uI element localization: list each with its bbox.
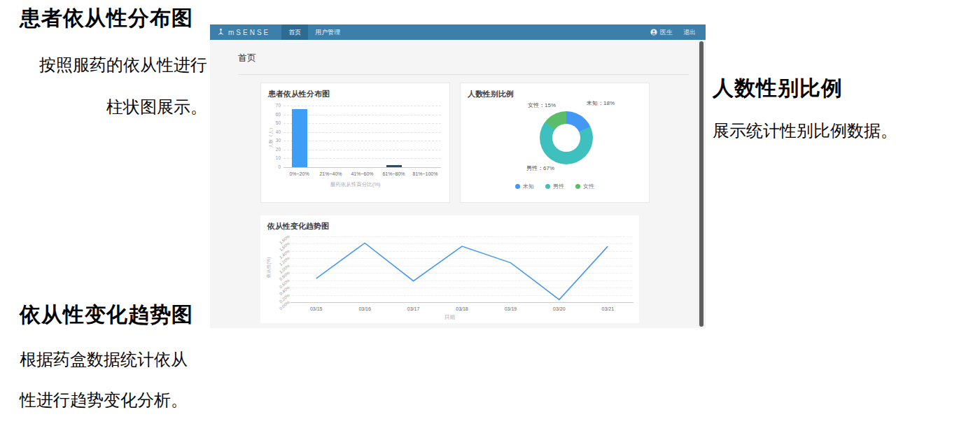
line-y-axis-label: 依从性(%) (266, 247, 272, 289)
line-x-tick-label: 03/16 (347, 306, 382, 311)
line-x-tick-label: 03/18 (444, 306, 479, 311)
navbar-right: 医生 退出 (650, 24, 706, 40)
doctor-account-link[interactable]: 医生 (650, 28, 673, 37)
pie-legend: 未知男性女性 (461, 183, 649, 190)
page-canvas: 患者依从性分布图 按照服药的依从性进行 柱状图展示。 依从性变化趋势图 根据药盒… (0, 0, 980, 433)
line-x-tick-label: 03/19 (493, 306, 528, 311)
dashboard-screenshot: mSENSE 首页 用户管理 医生 退出 首页 (210, 24, 706, 328)
annotation-text: 展示统计性别比例数据。 (713, 117, 930, 145)
bar-x-axis-label: 服药依从性百分比(%) (261, 181, 449, 188)
pie-callout-female: 女性：15% (528, 101, 556, 109)
bar-y-tick-label: 70 (262, 103, 281, 108)
pie-legend-item[interactable]: 未知 (515, 183, 534, 190)
annotation-line: 展示统计性别比例数据。 (713, 117, 930, 145)
page-title: 首页 (238, 52, 256, 63)
doctor-label: 医生 (660, 28, 673, 37)
bar-y-tick-label: 50 (262, 120, 281, 125)
bar-y-tick-label: 30 (262, 138, 281, 143)
tab-home[interactable]: 首页 (281, 24, 308, 40)
scrollbar-track[interactable] (697, 41, 706, 327)
pie-legend-item[interactable]: 女性 (575, 183, 594, 190)
pie-chart-title: 人数性别比例 (468, 89, 514, 99)
donut-chart[interactable] (540, 111, 593, 164)
line-chart-title: 依从性变化趋势图 (267, 221, 329, 232)
pie-callout-unknown: 未知：18% (587, 99, 615, 107)
donut-hole (552, 124, 580, 152)
annotation-title: 患者依从性分布图 (20, 4, 207, 33)
line-x-tick-label: 03/20 (542, 306, 577, 311)
trend-line[interactable] (316, 243, 608, 299)
msense-logo-icon (217, 28, 225, 36)
logout-link[interactable]: 退出 (683, 28, 696, 37)
pie-chart-panel: 人数性别比例 女性：15% 未知：18% 男性：67% 未知男性女性 (460, 83, 650, 203)
annotation-line: 柱状图展示。 (20, 86, 207, 128)
page-header: 首页 (238, 40, 689, 75)
bar-y-tick-label: 60 (262, 112, 281, 117)
bar-x-tick-label: 21%~40% (314, 171, 349, 176)
bar-x-tick-label: 61%~80% (377, 171, 412, 176)
annotation-text: 按照服药的依从性进行 柱状图展示。 (20, 44, 207, 128)
legend-color-dot (575, 184, 580, 189)
line-chart-panel: 依从性变化趋势图 依从性(%) 日期 1.80%1.60%1.40%1.20%1… (260, 215, 639, 323)
bar-gridline (284, 123, 441, 124)
bar-y-tick-label: 0 (262, 164, 281, 169)
annotation-line: 按照服药的依从性进行 (20, 44, 207, 86)
annotation-text: 根据药盒数据统计依从 性进行趋势变化分析。 (20, 339, 210, 420)
line-x-axis-line (290, 302, 634, 303)
line-x-tick-label: 03/21 (590, 306, 625, 311)
annotation-bar-chart: 患者依从性分布图 按照服药的依从性进行 柱状图展示。 (20, 4, 207, 128)
page-content: 首页 患者依从性分布图 人数（人） 服药依从性百分比(%) 0102030405… (210, 40, 697, 328)
bar-x-tick-label: 81%~100% (408, 171, 443, 176)
legend-label: 未知 (523, 183, 534, 190)
bar[interactable] (386, 165, 402, 167)
bar-y-tick-label: 10 (262, 155, 281, 160)
bar-gridline (284, 150, 441, 150)
scrollbar-thumb[interactable] (699, 41, 704, 327)
annotation-line: 性进行趋势变化分析。 (20, 380, 210, 420)
legend-color-dot (545, 184, 550, 189)
trend-line-svg (292, 236, 632, 302)
annotation-trend-chart: 依从性变化趋势图 根据药盒数据统计依从 性进行趋势变化分析。 (20, 301, 210, 420)
navbar: mSENSE 首页 用户管理 医生 退出 (210, 24, 706, 40)
legend-label: 女性 (583, 183, 594, 190)
line-x-axis-label: 日期 (260, 314, 639, 321)
annotation-title: 人数性别比例 (713, 74, 930, 103)
bar-y-tick-label: 40 (262, 129, 281, 134)
bar-gridline (284, 141, 441, 141)
annotation-line: 根据药盒数据统计依从 (20, 339, 210, 380)
bar-chart-title: 患者依从性分布图 (268, 89, 330, 99)
user-avatar-icon (650, 29, 657, 36)
bar-x-axis-line (284, 167, 441, 168)
annotation-gender-ratio: 人数性别比例 展示统计性别比例数据。 (713, 74, 930, 145)
bar-y-tick-label: 20 (262, 147, 281, 152)
bar-gridline (284, 106, 441, 106)
bar-chart-panel: 患者依从性分布图 人数（人） 服药依从性百分比(%) 0102030405060… (260, 83, 450, 203)
tab-user-management[interactable]: 用户管理 (308, 24, 347, 40)
bar[interactable] (292, 109, 307, 167)
bar-gridline (284, 158, 441, 159)
brand-logo[interactable]: mSENSE (210, 24, 281, 40)
bar-x-tick-label: 41%~60% (345, 171, 380, 176)
annotation-title: 依从性变化趋势图 (20, 301, 210, 329)
brand-name: mSENSE (228, 29, 270, 36)
legend-label: 男性 (553, 183, 564, 190)
pie-callout-male: 男性：67% (526, 164, 554, 172)
bar-x-tick-label: 0%~20% (282, 171, 317, 176)
line-x-tick-label: 03/15 (299, 306, 334, 311)
bar-gridline (284, 115, 441, 115)
bar-gridline (284, 132, 441, 133)
legend-color-dot (515, 184, 520, 189)
pie-legend-item[interactable]: 男性 (545, 183, 564, 190)
line-x-tick-label: 03/17 (396, 306, 431, 311)
